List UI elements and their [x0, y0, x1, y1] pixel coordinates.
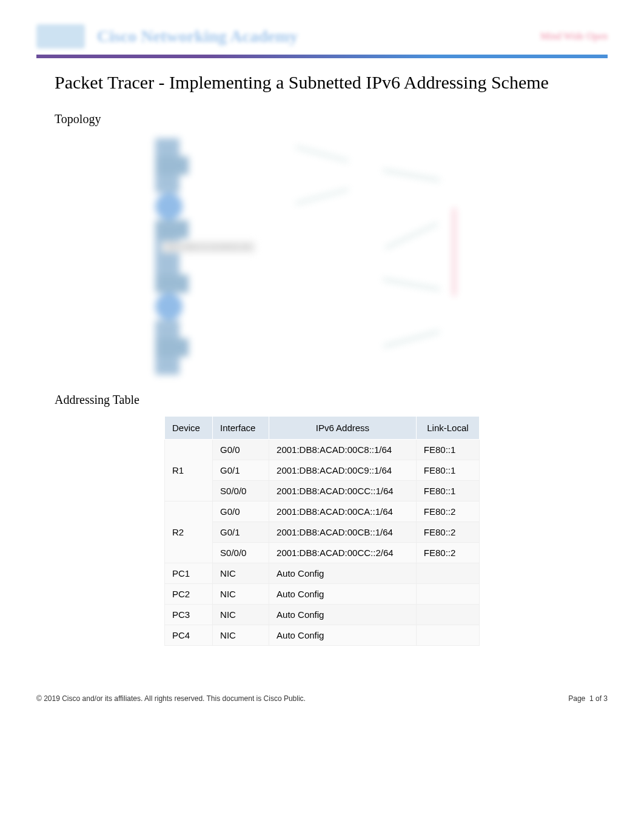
topology-switch-icon: [155, 338, 189, 357]
topology-link: [295, 146, 348, 161]
col-ipv6: IPv6 Address: [269, 417, 417, 440]
topology-router-icon: [155, 293, 183, 320]
cell-ipv6: 2001:DB8:ACAD:00CC::2/64: [269, 543, 417, 563]
cell-ipv6: 2001:DB8:ACAD:00CA::1/64: [269, 501, 417, 522]
topology-link: [383, 279, 440, 290]
section-addressing-heading: Addressing Table: [55, 393, 608, 407]
cell-ipv6: 2001:DB8:ACAD:00C8::1/64: [269, 440, 417, 460]
header-brand-text: Cisco Networking Academy: [97, 27, 540, 46]
cell-ipv6: 2001:DB8:ACAD:00C9::1/64: [269, 460, 417, 481]
cisco-logo: [36, 24, 85, 49]
cell-link-local: [416, 605, 479, 625]
cell-link-local: FE80::1: [416, 460, 479, 481]
topology-subnet-label: 2001:DB8:ACAD:00C8::/64: [161, 241, 255, 253]
cell-link-local: [416, 563, 479, 584]
topology-link: [383, 170, 440, 181]
cell-interface: NIC: [213, 625, 269, 646]
footer-page-total: 3: [603, 694, 608, 703]
cell-interface: NIC: [213, 584, 269, 605]
topology-pc-icon: [155, 175, 179, 193]
cell-interface: G0/1: [213, 522, 269, 543]
topology-pc-icon: [155, 257, 179, 275]
cell-link-local: [416, 625, 479, 646]
cell-link-local: FE80::2: [416, 522, 479, 543]
header-gradient-bar: [36, 55, 608, 58]
topology-switch-icon: [155, 156, 189, 175]
topology-pc-icon: [155, 138, 179, 156]
cell-interface: NIC: [213, 605, 269, 625]
cell-link-local: FE80::1: [416, 481, 479, 501]
cell-device: R2: [165, 501, 213, 563]
table-row: R2G0/02001:DB8:ACAD:00CA::1/64FE80::2: [165, 501, 480, 522]
cell-ipv6: Auto Config: [269, 584, 417, 605]
table-row: PC1NICAuto Config: [165, 563, 480, 584]
cell-interface: S0/0/0: [213, 543, 269, 563]
addressing-table-wrapper: Device Interface IPv6 Address Link-Local…: [36, 416, 608, 646]
cell-ipv6: Auto Config: [269, 563, 417, 584]
header-tagline: Mind Wide Open: [540, 31, 608, 42]
topology-switch-icon: [155, 220, 189, 238]
topology-router-icon: [155, 193, 183, 220]
page-footer: © 2019 Cisco and/or its affiliates. All …: [36, 694, 608, 703]
cell-device: PC1: [165, 563, 213, 584]
table-row: PC4NICAuto Config: [165, 625, 480, 646]
topology-switch-icon: [155, 275, 189, 293]
table-row: PC2NICAuto Config: [165, 584, 480, 605]
cell-interface: G0/0: [213, 440, 269, 460]
cell-interface: NIC: [213, 563, 269, 584]
footer-page-current: 1: [589, 694, 594, 703]
topology-link: [383, 331, 439, 347]
cell-device: PC3: [165, 605, 213, 625]
cell-ipv6: Auto Config: [269, 605, 417, 625]
topology-link: [385, 223, 438, 249]
col-device: Device: [165, 417, 213, 440]
topology-link: [295, 189, 348, 204]
cell-ipv6: 2001:DB8:ACAD:00CC::1/64: [269, 481, 417, 501]
table-row: R1G0/02001:DB8:ACAD:00C8::1/64FE80::1: [165, 440, 480, 460]
cell-device: R1: [165, 440, 213, 501]
addressing-table: Device Interface IPv6 Address Link-Local…: [164, 416, 480, 646]
cell-device: PC4: [165, 625, 213, 646]
topology-pc-icon: [155, 320, 179, 338]
col-link-local: Link-Local: [416, 417, 479, 440]
footer-page-number: Page 1 of 3: [568, 694, 608, 703]
cell-link-local: FE80::1: [416, 440, 479, 460]
topology-pc-icon: [155, 357, 179, 375]
topology-serial-link: [454, 208, 455, 296]
footer-page-of: of: [595, 694, 602, 703]
cell-interface: G0/1: [213, 460, 269, 481]
cell-interface: G0/0: [213, 501, 269, 522]
footer-page-label: Page: [568, 694, 585, 703]
cell-link-local: FE80::2: [416, 543, 479, 563]
document-header: Cisco Networking Academy Mind Wide Open: [36, 18, 608, 55]
cell-ipv6: 2001:DB8:ACAD:00CB::1/64: [269, 522, 417, 543]
table-row: PC3NICAuto Config: [165, 605, 480, 625]
cell-link-local: [416, 584, 479, 605]
footer-copyright: © 2019 Cisco and/or its affiliates. All …: [36, 694, 306, 703]
section-topology-heading: Topology: [55, 112, 608, 126]
col-interface: Interface: [213, 417, 269, 440]
table-header-row: Device Interface IPv6 Address Link-Local: [165, 417, 480, 440]
cell-link-local: FE80::2: [416, 501, 479, 522]
topology-diagram: 2001:DB8:ACAD:00C8::/64: [36, 138, 608, 369]
page-title: Packet Tracer - Implementing a Subnetted…: [55, 70, 608, 94]
cell-ipv6: Auto Config: [269, 625, 417, 646]
cell-interface: S0/0/0: [213, 481, 269, 501]
cell-device: PC2: [165, 584, 213, 605]
